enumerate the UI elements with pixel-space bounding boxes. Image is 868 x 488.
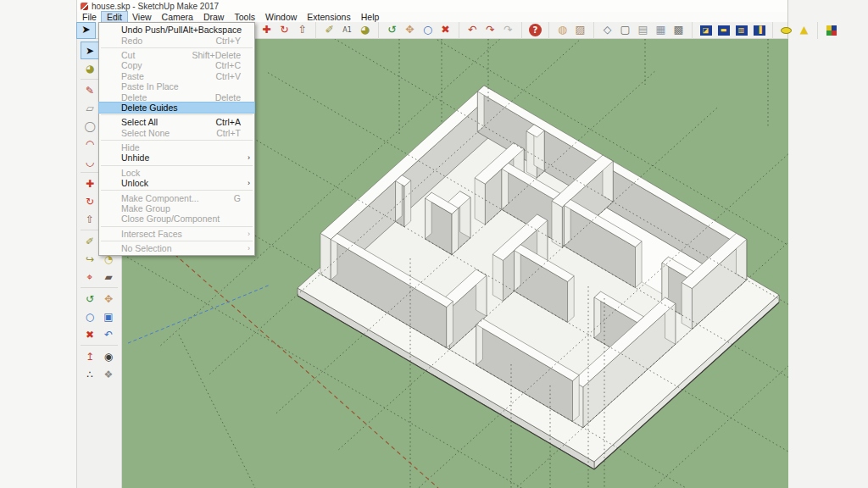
view-iso-icon[interactable]: ◪ [697, 23, 715, 38]
zoom-extents-tool-icon[interactable]: ✖ [437, 23, 454, 38]
face-style-shaded-icon[interactable]: ▦ [652, 23, 670, 38]
menu-view[interactable]: View [127, 12, 157, 22]
edit-menu-item-select-all[interactable]: Select AllCtrl+A [99, 117, 254, 127]
toolbar-group: ➤ [77, 22, 95, 39]
rotate-tool-icon[interactable]: ↻ [275, 23, 293, 38]
arc-tool-icon[interactable]: ◠ [81, 136, 98, 152]
edit-menu-item-intersect-faces[interactable]: Intersect Faces› [99, 229, 254, 239]
line-tool-icon[interactable]: ✎ [81, 82, 98, 98]
edit-menu-item-close-group-component[interactable]: Close Group/Component [99, 214, 254, 224]
pan-tool-icon[interactable]: ✥ [401, 23, 419, 38]
edit-menu-item-make-group[interactable]: Make Group [99, 203, 254, 214]
toolbar-group: ✐A1◕ [315, 22, 374, 39]
wall-cap [568, 276, 575, 323]
position-camera-tool-icon[interactable]: ↥ [81, 348, 98, 364]
edit-menu-item-paste[interactable]: PasteCtrl+V [99, 71, 254, 81]
edit-menu-item-paste-in-place[interactable]: Paste In Place [99, 81, 254, 92]
edit-dropdown-menu: Undo Push/PullAlt+BackspaceRedoCtrl+YCut… [98, 22, 255, 256]
submenu-arrow-icon: › [248, 244, 250, 252]
rotate-tool-lts-icon[interactable]: ↻ [81, 193, 98, 209]
section-plane-tool-icon[interactable]: ❖ [100, 366, 117, 382]
menu-item-label: Select All [121, 117, 158, 127]
circle-tool-icon[interactable]: ◯ [81, 118, 98, 134]
edit-menu-item-select-none[interactable]: Select NoneCtrl+T [99, 128, 254, 138]
edit-menu-item-delete-guides[interactable]: Delete Guides [99, 103, 254, 113]
edit-menu-item-lock[interactable]: Lock [99, 168, 254, 178]
menu-item-label: Unlock [121, 178, 148, 188]
face-style-monochrome-icon[interactable]: ▩ [670, 23, 687, 38]
orbit-tool-icon[interactable]: ↺ [383, 23, 401, 38]
edit-menu-item-copy[interactable]: CopyCtrl+C [99, 60, 254, 70]
edit-menu-item-make-component[interactable]: Make Component...G [99, 192, 254, 202]
menu-item-label: Make Component... [121, 193, 199, 203]
previous-view-tool-icon[interactable]: ↶ [100, 326, 117, 342]
offset-tool-icon[interactable]: ↪ [81, 251, 98, 267]
face-style-hidden-line-icon[interactable]: ▤ [634, 23, 652, 38]
menu-draw[interactable]: Draw [198, 12, 230, 22]
menu-help[interactable]: Help [356, 12, 385, 22]
edit-menu-item-undo-push-pull[interactable]: Undo Push/PullAlt+Backspace [99, 25, 254, 35]
model-info-icon[interactable]: ? [529, 24, 542, 36]
edit-menu-item-hide[interactable]: Hide [99, 142, 254, 152]
menu-item-label: Close Group/Component [121, 214, 220, 224]
edit-menu-item-delete[interactable]: DeleteDelete [99, 92, 254, 102]
view-front-icon[interactable]: ▥ [732, 23, 750, 38]
view-top-icon[interactable]: ▬ [715, 23, 732, 38]
axes-tool-icon[interactable]: ⌖ [81, 269, 98, 285]
wall-cap [475, 178, 485, 225]
zoom-tool-lts-icon[interactable]: ○ [81, 308, 98, 324]
walk-tool-icon[interactable]: ∴ [81, 366, 98, 382]
wall-cap [447, 302, 453, 348]
pan-tool-lts-icon[interactable]: ✥ [100, 291, 117, 307]
zoom-tool-icon[interactable]: ○ [419, 23, 437, 38]
move-tool-lts-icon[interactable]: ✚ [81, 175, 98, 191]
zoom-extents-lts-icon[interactable]: ✖ [81, 326, 98, 342]
face-style-xray-icon[interactable]: ◇ [598, 23, 616, 38]
orbit-tool-lts-icon[interactable]: ↺ [81, 291, 98, 307]
shadow-settings-icon[interactable]: ◍ [554, 23, 571, 38]
menu-bar: FileEditViewCameraDrawToolsWindowExtensi… [77, 12, 787, 22]
menu-item-shortcut: Ctrl+Y [216, 36, 249, 46]
edit-menu-item-cut[interactable]: CutShift+Delete [99, 50, 254, 60]
menu-item-shortcut: Delete [215, 92, 249, 103]
rectangle-tool-icon[interactable]: ▱ [81, 100, 98, 116]
text-tool-icon[interactable]: A1 [338, 23, 356, 38]
push-pull-lts-icon[interactable]: ⇧ [81, 211, 98, 227]
edit-menu-item-unhide[interactable]: Unhide› [99, 152, 254, 163]
menu-window[interactable]: Window [260, 12, 302, 22]
menu-extensions[interactable]: Extensions [302, 12, 355, 22]
two-point-arc-tool-icon[interactable]: ◡ [81, 153, 98, 169]
menu-edit[interactable]: Edit [102, 12, 127, 22]
edit-menu-item-redo[interactable]: RedoCtrl+Y [99, 35, 254, 45]
view-right-icon[interactable]: ▐ [750, 23, 768, 38]
menu-item-label: Delete Guides [121, 103, 178, 113]
sun-triangle-icon[interactable]: ▲ [795, 23, 813, 38]
menu-item-label: Copy [121, 60, 142, 70]
look-around-tool-icon[interactable]: ◉ [100, 348, 117, 364]
push-pull-tool-icon[interactable]: ⇧ [293, 23, 311, 38]
menu-tools[interactable]: Tools [229, 12, 260, 22]
select-tool-lts-icon[interactable]: ➤ [81, 42, 98, 58]
zoom-window-tool-icon[interactable]: ▣ [100, 308, 117, 324]
select-tool-icon[interactable]: ➤ [77, 23, 95, 38]
move-tool-icon[interactable]: ✚ [258, 23, 275, 38]
redo-view-icon[interactable]: ↷ [481, 23, 499, 38]
toolbar-group: ✚↻⇧ [253, 22, 311, 39]
menu-item-label: Intersect Faces [121, 229, 182, 239]
tape-measure-lts-icon[interactable]: ✐ [81, 233, 98, 249]
menu-file[interactable]: File [77, 12, 102, 22]
undo-view-icon[interactable]: ↶ [464, 23, 481, 38]
tape-measure-tool-icon[interactable]: ✐ [320, 23, 338, 38]
edit-menu-item-no-selection[interactable]: No Selection› [99, 243, 254, 253]
next-view-disabled-icon[interactable]: ↷ [499, 23, 517, 38]
edit-menu-item-unlock[interactable]: Unlock› [99, 178, 254, 188]
texture-plane-icon[interactable]: ▨ [571, 23, 589, 38]
face-style-wireframe-icon[interactable]: ▢ [616, 23, 634, 38]
color-palette-icon[interactable] [822, 23, 840, 38]
shadows-toggle-icon[interactable] [777, 23, 795, 38]
menu-camera[interactable]: Camera [157, 12, 198, 22]
paint-bucket-lts-icon[interactable]: ◕ [81, 60, 98, 76]
guide-line [179, 335, 255, 488]
eraser-tool-icon[interactable]: ▰ [100, 269, 117, 285]
paint-bucket-tool-icon[interactable]: ◕ [356, 23, 374, 38]
